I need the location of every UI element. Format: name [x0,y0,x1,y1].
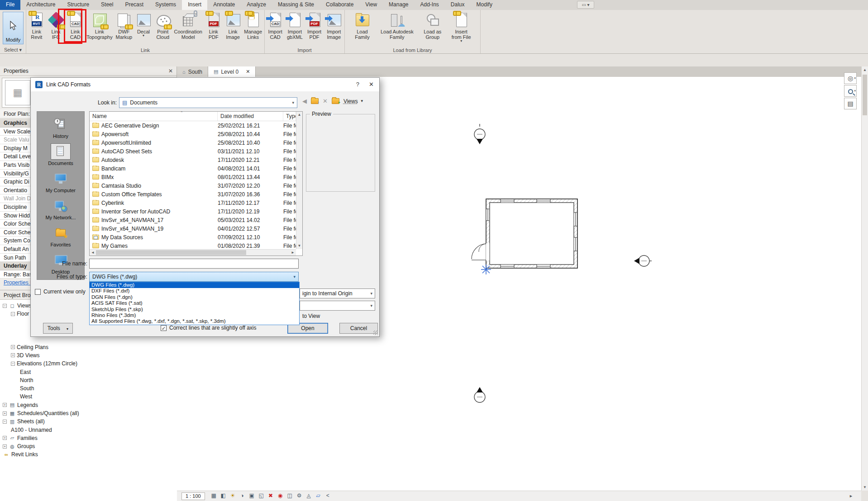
files-of-type-dropdown[interactable]: DWG Files (*.dwg) ▾ [89,272,299,282]
tree-item[interactable]: ∞ Revit Links [0,450,177,458]
viewbar-collapse-icon[interactable]: < [324,492,332,500]
scroll-left-icon[interactable]: ◄ [91,250,95,256]
tree-item[interactable]: South [0,384,177,392]
tree-item[interactable]: + ▱ Families [0,434,177,442]
place-documents[interactable]: Documents [37,143,84,166]
tab-collaborate[interactable]: Collaborate [320,0,359,10]
dialog-resize-grip[interactable] [373,331,378,335]
tree-item[interactable]: + Ceiling Plans [0,343,177,351]
place-history[interactable]: History [37,116,84,139]
layers-dropdown[interactable]: ▾ [300,301,375,311]
tab-steel[interactable]: Steel [95,0,119,10]
tools-button[interactable]: Tools ▾ [43,323,73,334]
tree-expander-icon[interactable]: − [3,304,7,308]
file-row[interactable]: Autodesk 17/11/2020 12.21 File fo [90,156,302,164]
scrollbar-thumb[interactable] [96,250,246,255]
tree-expander-icon[interactable]: − [11,362,15,366]
file-type-option[interactable]: DGN Files (*.dgn) [90,294,299,300]
tab-precast[interactable]: Precast [119,0,149,10]
load-family-button[interactable]: Load Family [353,11,371,40]
scroll-right-icon[interactable]: ► [291,250,295,256]
tab-dalux[interactable]: Dalux [445,0,471,10]
place-favorites[interactable]: ★ Favorites [37,225,84,247]
file-row[interactable]: InvSvr_x64_NAVMAN_19 04/01/2022 12.57 Fi… [90,224,302,233]
properties-close-icon[interactable]: ✕ [168,68,173,74]
tab-systems[interactable]: Systems [149,0,182,10]
scrollbar-thumb[interactable] [863,75,867,115]
correct-lines-checkbox[interactable]: ✓ Correct lines that are slightly off ax… [161,325,257,331]
tab-file[interactable]: File [0,0,20,10]
view-tab-level0[interactable]: ▤ Level 0 ✕ [208,66,256,77]
tree-expander-icon[interactable]: + [3,436,7,440]
import-cad-button[interactable]: CAD Import CAD [266,11,284,40]
column-name[interactable]: Name [90,112,218,121]
link-image-button[interactable]: Link Image [224,11,242,40]
load-autodesk-family-button[interactable]: Load Autodesk Family [380,11,415,40]
view-cube-button[interactable]: ▤ [844,98,857,109]
dwf-markup-button[interactable]: DWF Markup [114,11,133,40]
views-dropdown[interactable]: Views ▼ [343,98,364,104]
navigation-wheel-button[interactable]: ◎▾ [844,72,857,84]
cancel-button[interactable]: Cancel [339,323,378,334]
link-topography-button[interactable]: Link Topography [86,11,114,40]
scroll-down-icon[interactable]: ▼ [296,243,302,249]
tree-expander-icon[interactable]: + [11,345,15,349]
tree-expander-icon[interactable]: + [3,444,7,449]
zoom-button[interactable]: ▾ [844,85,857,97]
file-row[interactable]: Custom Office Templates 31/07/2020 16.36… [90,190,302,199]
tab-analyze[interactable]: Analyze [241,0,272,10]
crop-view-icon[interactable]: ▣ [248,492,256,500]
view-tab-south[interactable]: ⌂ South [177,66,208,77]
file-row[interactable]: Bandicam 04/08/2021 14.01 File fo [90,164,302,173]
dialog-help-button[interactable]: ? [356,81,359,88]
positioning-dropdown[interactable]: igin to Internal Origin ▾ [300,288,375,298]
link-revit-button[interactable]: RVT Link Revit [28,11,46,40]
tree-expander-icon[interactable]: − [11,312,15,316]
file-list-horizontal-scrollbar[interactable]: ◄ ► [90,249,296,255]
show-crop-icon[interactable]: ◱ [257,492,266,500]
tree-expander-icon[interactable]: − [3,420,7,424]
up-one-level-icon[interactable]: ↑ [311,98,319,104]
tab-structure[interactable]: Structure [61,0,95,10]
tab-manage[interactable]: Manage [383,0,414,10]
file-row[interactable]: AutoCAD Sheet Sets 03/11/2021 12.10 File… [90,147,302,156]
tab-annotate[interactable]: Annotate [207,0,241,10]
visual-style-icon[interactable]: ◧ [219,492,228,500]
file-row[interactable]: InvSvr_x64_NAVMAN_17 05/03/2021 14.02 Fi… [90,216,302,224]
temporary-view-icon[interactable]: ◫ [286,492,294,500]
coordination-model-button[interactable]: Coordination Model [173,11,203,40]
scroll-up-icon[interactable]: ▲ [862,66,868,73]
temporary-hide-icon[interactable]: ✖ [267,492,275,500]
tree-item[interactable]: West [0,392,177,401]
column-type[interactable]: Type [283,112,296,121]
analytical-model-icon[interactable]: ◬ [305,492,313,500]
import-image-button[interactable]: Import Image [325,11,343,40]
manage-links-button[interactable]: Manage Links [243,11,263,40]
file-row[interactable]: BIMx 08/01/2021 13.44 File fo [90,173,302,181]
file-row[interactable]: My Data Sources 07/09/2021 12.10 File fo [90,233,302,241]
column-date-modified[interactable]: Date modified [218,112,283,121]
new-folder-icon[interactable]: + [332,98,339,104]
tree-item[interactable]: + ◍ Groups [0,442,177,450]
load-as-group-button[interactable]: Load as Group [423,11,442,40]
tab-massing-site[interactable]: Massing & Site [272,0,320,10]
sun-path-icon[interactable]: ☀ [229,492,237,500]
tree-item[interactable]: East [0,368,177,376]
place-my-computer[interactable]: My Computer [37,170,84,193]
tree-item[interactable]: North [0,376,177,384]
dialog-close-icon[interactable]: ✕ [369,81,374,88]
detail-level-icon[interactable]: ▦ [210,492,218,500]
tree-expander-icon[interactable]: + [3,403,7,407]
tree-expander-icon[interactable]: + [3,411,7,416]
tab-close-icon[interactable]: ✕ [246,69,250,75]
file-row[interactable]: Camtasia Studio 31/07/2020 12.20 File fo [90,181,302,190]
shadows-icon[interactable]: ◑ [238,492,247,500]
file-row[interactable]: AEC Generative Design 25/02/2021 16.21 F… [90,121,302,130]
file-type-option[interactable]: DWG Files (*.dwg) [90,282,299,288]
file-type-option[interactable]: Rhino Files (*.3dm) [90,312,299,318]
file-row[interactable]: Cyberlink 17/11/2020 12.17 File fo [90,199,302,207]
ribbon-display-toggle[interactable]: ▭ ▾ [577,1,594,9]
file-row[interactable]: Apowersoft 25/08/2021 10.44 File fo [90,130,302,138]
file-type-option[interactable]: ACIS SAT Files (*.sat) [90,300,299,306]
decal-button[interactable]: Decal ▾ [134,11,153,38]
